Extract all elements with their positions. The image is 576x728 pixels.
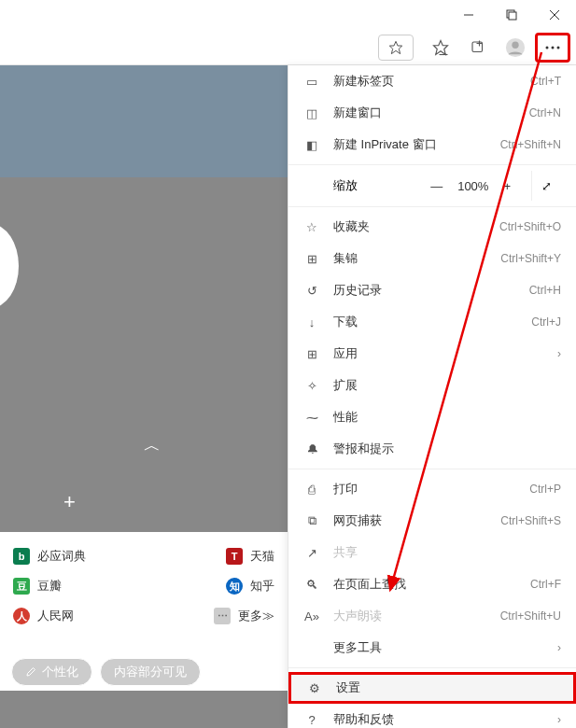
- menu-share: ↗共享: [288, 537, 576, 568]
- personalize-button[interactable]: 个性化: [11, 658, 92, 686]
- menu-apps[interactable]: ⊞应用›: [288, 338, 576, 370]
- favorites-toolbar-button[interactable]: [423, 33, 458, 63]
- svg-point-12: [512, 41, 518, 48]
- menu-read-aloud: A»大声朗读Ctrl+Shift+U: [288, 600, 576, 632]
- quicklink-tmall[interactable]: T天猫: [226, 548, 274, 565]
- zoom-in-button[interactable]: +: [503, 179, 511, 193]
- star-icon: ☆: [303, 220, 320, 234]
- menu-history[interactable]: ↺历史记录Ctrl+H: [288, 274, 576, 306]
- app-menu: ▭新建标签页Ctrl+T ◫新建窗口Ctrl+N ◧新建 InPrivate 窗…: [288, 65, 576, 728]
- chevron-right-icon: ›: [557, 347, 561, 360]
- download-icon: ↓: [303, 315, 320, 329]
- quicklink-zhihu[interactable]: 知知乎: [226, 578, 274, 595]
- history-icon: ↺: [303, 284, 320, 298]
- menu-settings[interactable]: ⚙设置: [288, 672, 576, 704]
- quicklink-label: 豆瓣: [37, 578, 62, 595]
- quicklink-more[interactable]: ⋯更多≫: [214, 608, 274, 624]
- menu-find[interactable]: 🔍︎在页面上查找Ctrl+F: [288, 568, 576, 600]
- bell-icon: 🔔︎: [303, 442, 320, 456]
- svg-point-14: [552, 46, 555, 49]
- search-icon: 🔍︎: [303, 578, 320, 592]
- minimize-button[interactable]: [447, 0, 490, 30]
- svg-point-13: [546, 46, 549, 49]
- svg-point-15: [557, 46, 560, 49]
- menu-help[interactable]: ?帮助和反馈›: [288, 704, 576, 728]
- capture-icon: ⧉: [303, 513, 320, 528]
- menu-new-tab[interactable]: ▭新建标签页Ctrl+T: [288, 65, 576, 97]
- svg-marker-6: [434, 40, 448, 54]
- profile-button[interactable]: [498, 33, 533, 63]
- quicklink-label: 更多≫: [238, 608, 274, 624]
- collections-toolbar-button[interactable]: [460, 33, 496, 63]
- window-icon: ◫: [303, 106, 320, 120]
- quicklink-label: 知乎: [250, 578, 274, 595]
- share-icon: ↗: [303, 546, 320, 560]
- quicklink-renmin[interactable]: 人人民网: [13, 608, 74, 624]
- more-menu-button[interactable]: [535, 33, 570, 63]
- svg-rect-2: [509, 12, 516, 20]
- pulse-icon: ⁓: [303, 411, 320, 425]
- menu-capture[interactable]: ⧉网页捕获Ctrl+Shift+S: [288, 505, 576, 537]
- zoom-out-button[interactable]: —: [430, 179, 443, 193]
- printer-icon: ⎙: [303, 483, 320, 497]
- fullscreen-button[interactable]: ⤢: [531, 171, 561, 201]
- maximize-button[interactable]: [490, 0, 533, 30]
- menu-new-window[interactable]: ◫新建窗口Ctrl+N: [288, 97, 576, 129]
- puzzle-icon: ✧: [303, 379, 320, 393]
- help-icon: ?: [303, 713, 320, 727]
- read-aloud-icon: A»: [303, 609, 320, 623]
- content-visibility-button[interactable]: 内容部分可见: [100, 658, 201, 686]
- quicklink-label: 必应词典: [37, 548, 86, 565]
- zoom-level: 100%: [457, 179, 488, 193]
- menu-performance[interactable]: ⁓性能: [288, 401, 576, 433]
- chevron-right-icon: ›: [557, 641, 561, 654]
- quicklink-label: 人民网: [37, 608, 74, 624]
- menu-downloads[interactable]: ↓下载Ctrl+J: [288, 306, 576, 338]
- quicklink-label: 天猫: [250, 548, 274, 565]
- plus-icon: +: [63, 490, 76, 514]
- inprivate-icon: ◧: [303, 138, 320, 152]
- menu-new-inprivate[interactable]: ◧新建 InPrivate 窗口Ctrl+Shift+N: [288, 129, 576, 161]
- menu-zoom: 缩放 — 100% + ⤢: [288, 169, 576, 203]
- menu-extensions[interactable]: ✧扩展: [288, 370, 576, 401]
- chevron-up-icon: ︿: [144, 434, 161, 456]
- collections-icon: ⊞: [303, 252, 320, 266]
- svg-marker-5: [389, 41, 401, 53]
- menu-more-tools[interactable]: 更多工具›: [288, 632, 576, 664]
- menu-print[interactable]: ⎙打印Ctrl+P: [288, 473, 576, 505]
- gear-icon: ⚙: [306, 681, 323, 695]
- bookmark-page-button[interactable]: [378, 35, 414, 61]
- close-window-button[interactable]: [533, 0, 576, 30]
- quicklink-bing-dict[interactable]: b必应词典: [13, 548, 86, 565]
- menu-collections[interactable]: ⊞集锦Ctrl+Shift+Y: [288, 243, 576, 274]
- chevron-right-icon: ›: [557, 713, 561, 726]
- quicklink-douban[interactable]: 豆豆瓣: [13, 578, 62, 595]
- menu-favorites[interactable]: ☆收藏夹Ctrl+Shift+O: [288, 211, 576, 243]
- menu-alerts[interactable]: 🔔︎警报和提示: [288, 433, 576, 465]
- apps-icon: ⊞: [303, 347, 320, 361]
- tab-icon: ▭: [303, 75, 320, 89]
